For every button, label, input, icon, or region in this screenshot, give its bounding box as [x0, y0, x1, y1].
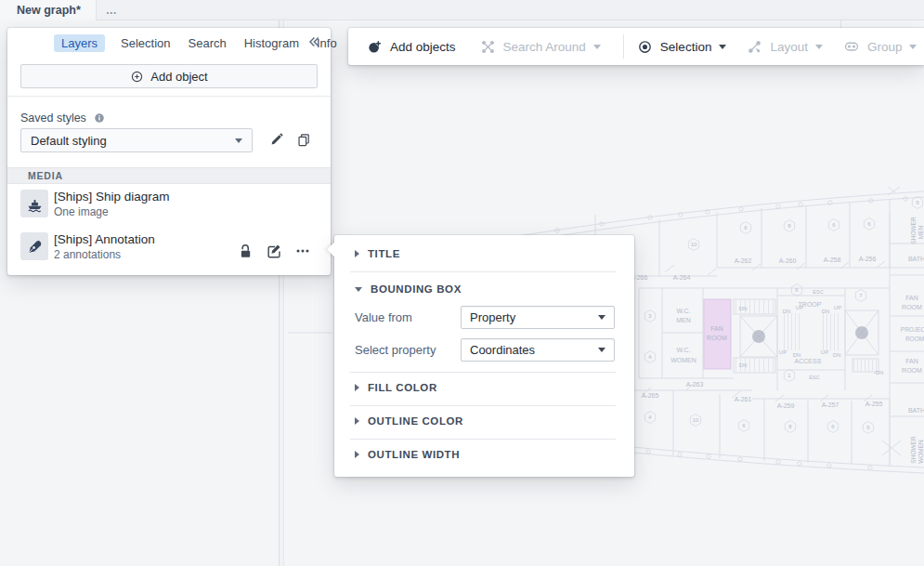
section-fill-color[interactable]: FILL COLOR	[355, 382, 437, 393]
search-around-button[interactable]: Search Around	[480, 39, 601, 55]
ship-icon	[20, 190, 48, 217]
annotation-style-popup: TITLE BOUNDING BOX Value from Property S…	[334, 235, 634, 477]
graph-app: 1068669346174106866 A-266A-264A-262A-260…	[0, 0, 924, 566]
annotation-pen-icon	[20, 232, 48, 260]
unlock-icon[interactable]	[237, 243, 254, 259]
svg-text:DN: DN	[739, 362, 748, 368]
svg-text:8: 8	[788, 424, 792, 429]
svg-text:ROOM: ROOM	[707, 335, 727, 341]
svg-text:UP: UP	[834, 305, 841, 310]
svg-text:7: 7	[859, 293, 863, 298]
svg-text:ROOM: ROOM	[905, 336, 924, 342]
info-icon[interactable]	[93, 112, 106, 125]
duplicate-style-button[interactable]	[296, 132, 311, 147]
svg-text:ACCESS: ACCESS	[795, 358, 822, 364]
add-objects-button[interactable]: Add objects	[367, 39, 456, 55]
annotation-layer-actions	[237, 243, 311, 259]
svg-text:6: 6	[831, 424, 835, 429]
svg-text:ROOM: ROOM	[902, 304, 922, 310]
add-objects-label: Add objects	[390, 40, 456, 54]
caret-right-icon	[355, 250, 359, 257]
svg-text:FAN: FAN	[710, 325, 723, 332]
layer-subtitle: 2 annotations	[54, 248, 121, 261]
group-button[interactable]: Group	[843, 38, 917, 55]
svg-text:6: 6	[832, 222, 836, 228]
saved-styles-label-row: Saved styles	[20, 112, 106, 125]
svg-text:DN: DN	[783, 309, 791, 314]
caret-down-icon	[355, 287, 362, 292]
caret-down-icon	[719, 45, 726, 49]
section-bounding-box[interactable]: BOUNDING BOX	[355, 283, 462, 295]
collapse-panel-button[interactable]	[306, 34, 321, 49]
svg-text:9: 9	[916, 200, 919, 205]
svg-text:A-257: A-257	[822, 401, 839, 408]
pencil-icon	[269, 132, 284, 147]
tab-search[interactable]: Search	[187, 34, 228, 52]
tab-overflow-button[interactable]: …	[97, 4, 127, 17]
layout-icon	[747, 39, 762, 55]
svg-text:W.C.: W.C.	[676, 347, 690, 353]
section-title[interactable]: TITLE	[355, 248, 400, 259]
layers-panel: Layers Selection Search Histogram Info A…	[7, 28, 331, 275]
svg-text:FAN: FAN	[905, 295, 918, 301]
select-property-select[interactable]: Coordinates	[461, 338, 615, 362]
svg-text:DN: DN	[793, 352, 801, 358]
section-outline-width[interactable]: OUTLINE WIDTH	[355, 449, 460, 460]
graph-toolbar: Add objects Search Around Selection	[348, 28, 924, 65]
popup-divider	[350, 405, 616, 406]
svg-text:DN: DN	[822, 309, 830, 314]
layer-title: [Ships] Ship diagram	[54, 190, 170, 204]
svg-text:A-259: A-259	[777, 402, 795, 409]
group-objects-icon	[843, 38, 860, 55]
plus-circle-icon	[130, 70, 144, 84]
add-object-button[interactable]: Add object	[20, 64, 318, 88]
svg-text:UP: UP	[821, 349, 828, 355]
section-label: OUTLINE COLOR	[368, 415, 463, 427]
value-from-label: Value from	[355, 310, 412, 324]
svg-text:-DN: -DN	[874, 370, 884, 375]
select-property-value: Coordinates	[470, 343, 535, 357]
svg-text:ROOM: ROOM	[902, 367, 922, 374]
svg-text:SHOWER: SHOWER	[910, 436, 917, 464]
media-section-header: MEDIA	[7, 167, 331, 184]
svg-text:10: 10	[693, 417, 699, 423]
graph-tab[interactable]: New graph*	[0, 0, 97, 20]
tab-histogram[interactable]: Histogram	[242, 34, 301, 52]
svg-text:PROJECT: PROJECT	[901, 326, 924, 333]
section-outline-color[interactable]: OUTLINE COLOR	[355, 415, 463, 427]
svg-text:A-265: A-265	[642, 392, 659, 399]
svg-text:4: 4	[648, 354, 652, 360]
selection-label: Selection	[660, 40, 712, 54]
layout-button[interactable]: Layout	[747, 39, 823, 55]
svg-text:SHOWER: SHOWER	[910, 217, 917, 244]
popup-divider	[350, 372, 616, 373]
panel-tab-bar: Layers Selection Search Histogram Info	[54, 34, 339, 52]
selection-mode-button[interactable]: Selection	[637, 39, 727, 55]
svg-text:6: 6	[744, 225, 748, 230]
svg-text:ESC: ESC	[813, 289, 823, 295]
svg-text:BATH: BATH	[908, 407, 924, 414]
caret-down-icon	[909, 45, 917, 49]
svg-text:WOMEN: WOMEN	[670, 357, 696, 363]
layer-row-ship-diagram[interactable]: [Ships] Ship diagram One image	[7, 186, 331, 228]
edit-style-button[interactable]	[269, 132, 284, 147]
tab-selection[interactable]: Selection	[119, 34, 172, 52]
layer-title: [Ships] Annotation	[54, 232, 155, 246]
group-label: Group	[867, 40, 903, 54]
double-chevron-left-icon	[306, 34, 321, 49]
saved-styles-select[interactable]: Default styling	[20, 128, 253, 152]
svg-text:WOMEN: WOMEN	[917, 440, 924, 464]
svg-text:A-262: A-262	[735, 257, 752, 264]
section-label: BOUNDING BOX	[371, 283, 462, 295]
section-label: TITLE	[368, 248, 400, 259]
toolbar-separator	[623, 34, 624, 59]
svg-text:1: 1	[787, 373, 791, 378]
tab-layers[interactable]: Layers	[54, 34, 105, 52]
svg-text:MEN: MEN	[917, 225, 924, 239]
value-from-select[interactable]: Property	[461, 306, 615, 329]
duplicate-icon	[296, 132, 311, 147]
svg-text:FAN: FAN	[905, 358, 918, 364]
edit-annotation-icon[interactable]	[266, 243, 282, 259]
more-options-icon[interactable]	[294, 243, 311, 259]
add-objects-icon	[367, 39, 383, 55]
